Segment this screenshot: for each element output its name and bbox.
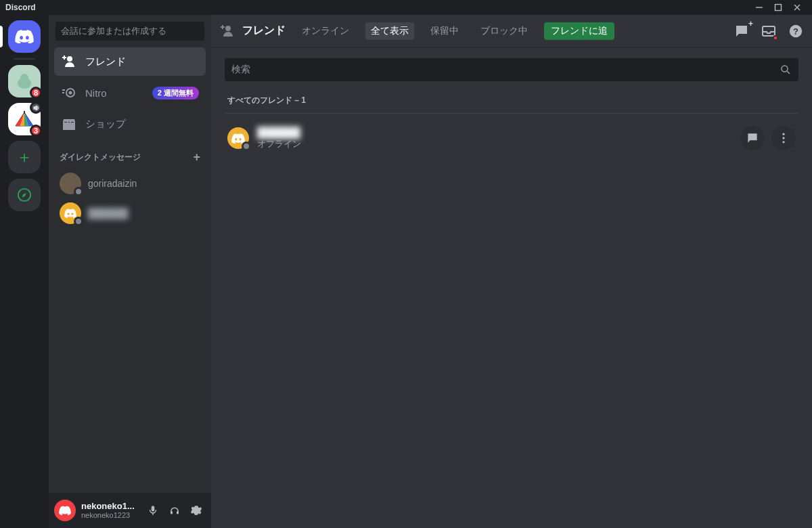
- self-avatar[interactable]: [54, 500, 76, 521]
- window-minimize-button[interactable]: [750, 0, 769, 15]
- avatar: [60, 202, 81, 224]
- shop-icon: [61, 116, 77, 132]
- self-display-name: nekoneko1...: [81, 502, 135, 511]
- friend-name: ██████: [257, 127, 301, 139]
- server-column: 8 3 ＋: [0, 15, 49, 528]
- svg-point-2: [20, 74, 28, 82]
- friend-more-button[interactable]: [771, 126, 796, 150]
- help-icon: ?: [788, 24, 803, 39]
- friends-panel: 検索 すべてのフレンド – 1 ██████ オフライン: [211, 47, 812, 528]
- friend-status: オフライン: [257, 139, 301, 150]
- tab-pending[interactable]: 保留中: [425, 22, 464, 40]
- message-friend-button[interactable]: [740, 126, 765, 150]
- main-content: フレンド オンライン 全て表示 保留中 ブロック中 フレンドに追 + ?: [211, 15, 812, 528]
- deafen-button[interactable]: [165, 501, 184, 520]
- window-close-button[interactable]: [788, 0, 807, 15]
- self-info[interactable]: nekoneko1... nekoneko1223: [81, 502, 135, 519]
- user-settings-button[interactable]: [187, 501, 206, 520]
- nav-shop-label: ショップ: [85, 118, 126, 131]
- nav-nitro-label: Nitro: [85, 87, 107, 99]
- avatar: [60, 173, 81, 194]
- friends-section-label: すべてのフレンド – 1: [227, 95, 798, 106]
- nav-shop[interactable]: ショップ: [54, 110, 206, 138]
- page-title-label: フレンド: [242, 24, 286, 38]
- server-home[interactable]: [8, 20, 41, 53]
- svg-rect-3: [24, 111, 25, 114]
- nav-friends[interactable]: フレンド: [54, 47, 206, 76]
- dm-create-button[interactable]: +: [193, 150, 200, 164]
- server-item-1[interactable]: 8: [8, 65, 41, 97]
- svg-rect-0: [775, 5, 782, 11]
- plus-badge-icon: +: [748, 19, 753, 28]
- nav-friends-label: フレンド: [85, 56, 126, 68]
- server-separator: [14, 58, 35, 60]
- status-offline-icon: [74, 217, 83, 226]
- discord-logo-icon: [15, 30, 34, 43]
- app-brand: Discord: [5, 3, 36, 12]
- microphone-icon: [147, 504, 159, 516]
- server-item-2[interactable]: 3: [8, 103, 41, 135]
- dm-name: ██████: [88, 208, 129, 219]
- svg-text:?: ?: [793, 26, 798, 36]
- friends-icon: [61, 53, 77, 70]
- headphones-icon: [168, 504, 181, 516]
- svg-point-15: [782, 141, 784, 143]
- svg-point-6: [69, 91, 72, 95]
- divider: [225, 113, 798, 114]
- tab-blocked[interactable]: ブロック中: [475, 22, 533, 40]
- self-username: nekoneko1223: [81, 511, 135, 519]
- svg-rect-8: [152, 506, 155, 511]
- nitro-promo-pill: 2 週間無料: [152, 87, 199, 100]
- dm-item-1[interactable]: ██████: [54, 199, 206, 227]
- dm-name: goriradaizin: [88, 178, 137, 189]
- discord-logo-icon: [59, 506, 71, 515]
- server-badge: 8: [30, 87, 42, 99]
- friends-search-input[interactable]: 検索: [225, 58, 798, 81]
- gear-icon: [190, 504, 202, 516]
- avatar: [227, 127, 249, 149]
- user-panel: nekoneko1... nekoneko1223: [49, 493, 211, 528]
- dm-item-0[interactable]: goriradaizin: [54, 169, 206, 198]
- compass-icon: [17, 188, 32, 202]
- titlebar: Discord: [0, 0, 812, 15]
- channel-sidebar: 会話に参加または作成する フレンド Nitro 2 週間無料 ショップ ダイレク…: [49, 15, 211, 528]
- nav-nitro[interactable]: Nitro 2 週間無料: [54, 79, 206, 107]
- friends-search-placeholder: 検索: [231, 64, 250, 76]
- window-maximize-button[interactable]: [769, 0, 788, 15]
- dm-search-placeholder: 会話に参加または作成する: [61, 25, 166, 37]
- server-voice-indicator: [30, 102, 42, 114]
- svg-point-12: [782, 66, 788, 72]
- more-vertical-icon: [777, 131, 790, 145]
- svg-point-14: [782, 137, 784, 139]
- help-button[interactable]: ?: [788, 23, 804, 39]
- status-offline-icon: [242, 141, 251, 151]
- server-add-button[interactable]: ＋: [8, 141, 41, 173]
- dm-search-input[interactable]: 会話に参加または作成する: [55, 22, 204, 41]
- mute-mic-button[interactable]: [143, 501, 162, 520]
- discord-logo-icon: [64, 208, 76, 218]
- tab-online[interactable]: オンライン: [296, 22, 355, 40]
- search-icon: [780, 64, 792, 76]
- chat-bubble-icon: [734, 23, 750, 39]
- page-title: フレンド: [219, 23, 286, 39]
- chat-bubble-icon: [746, 131, 759, 145]
- tab-all[interactable]: 全て表示: [365, 22, 414, 40]
- dm-section-label: ダイレクトメッセージ: [60, 152, 141, 163]
- server-explore-button[interactable]: [8, 179, 41, 211]
- topbar: フレンド オンライン 全て表示 保留中 ブロック中 フレンドに追 + ?: [211, 15, 812, 47]
- dm-section-header: ダイレクトメッセージ +: [49, 139, 211, 169]
- notification-dot-icon: [773, 35, 778, 41]
- nitro-icon: [61, 85, 77, 101]
- inbox-button[interactable]: [761, 23, 777, 39]
- svg-point-13: [782, 133, 784, 135]
- friend-row[interactable]: ██████ オフライン: [225, 118, 798, 158]
- status-offline-icon: [74, 187, 83, 196]
- server-badge: 3: [30, 125, 42, 137]
- friends-icon: [219, 23, 235, 39]
- new-group-dm-button[interactable]: +: [734, 23, 750, 39]
- discord-logo-icon: [231, 133, 245, 144]
- tab-add-friend[interactable]: フレンドに追: [544, 22, 614, 40]
